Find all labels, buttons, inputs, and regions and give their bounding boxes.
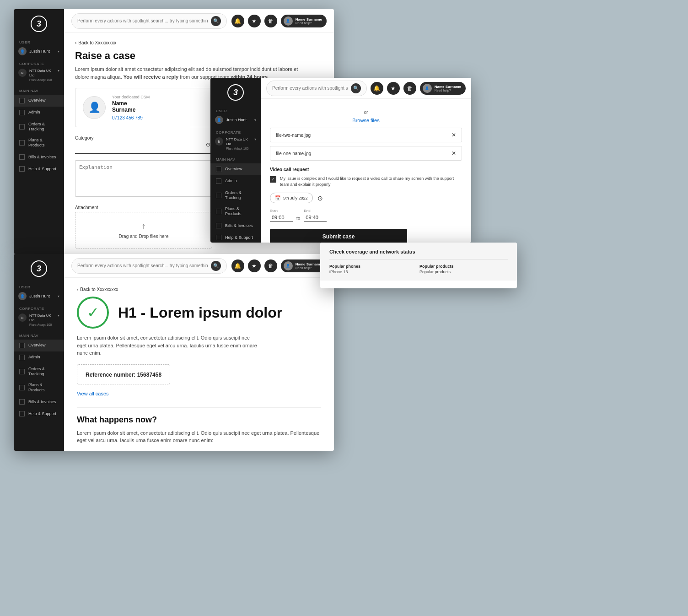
- back-link[interactable]: ‹ Back to Xxxxxxxxx: [75, 40, 323, 45]
- favorites-icon-3[interactable]: ★: [248, 259, 261, 272]
- success-circle: ✓: [77, 297, 109, 329]
- sidebar-item-overview-3[interactable]: Overview: [14, 340, 64, 351]
- trash-icon-3[interactable]: 🗑: [264, 259, 277, 272]
- sidebar-user-2[interactable]: 👤 Justin Hunt ▾: [210, 114, 261, 127]
- browse-files-link[interactable]: Browse files: [270, 118, 462, 123]
- sidebar-item-orders[interactable]: Orders & Tracking: [14, 119, 64, 135]
- success-description: Lorem ipsum dolor sit amet, consectetur …: [77, 334, 260, 357]
- topbar-win1: 🔍 🔔 ★ 🗑 👤 Name Surname Need help?: [64, 9, 334, 33]
- user-sub-2: Need help?: [435, 89, 461, 92]
- nav-label-admin: Admin: [28, 110, 40, 115]
- sidebar-item-orders-3[interactable]: Orders & Tracking: [14, 363, 64, 380]
- user-text-3: Name Surname Need help?: [296, 262, 322, 270]
- trash-icon-2[interactable]: 🗑: [403, 82, 416, 95]
- start-time-input[interactable]: [270, 214, 293, 222]
- corp-chevron-2: ▾: [254, 137, 256, 141]
- user-chip-3[interactable]: 👤 Name Surname Need help?: [281, 259, 327, 272]
- favorites-icon[interactable]: ★: [248, 15, 261, 27]
- file-close-2[interactable]: ✕: [452, 150, 456, 157]
- notifications-icon-2[interactable]: 🔔: [371, 82, 383, 95]
- corp-icon: N: [18, 69, 27, 77]
- sidebar-corporate-3[interactable]: N NTT Data UK Ltd Plan: Adapt 100 ▾: [14, 312, 64, 330]
- view-cases-link[interactable]: View all cases: [77, 391, 321, 396]
- nav-label-orders: Orders & Tracking: [28, 122, 59, 132]
- csm-info: Your dedicated CSM Name Surname 07123 45…: [112, 95, 150, 120]
- search-icon-2[interactable]: 🔍: [351, 83, 361, 93]
- nav-checkbox-help-2: [216, 235, 221, 240]
- search-icon[interactable]: 🔍: [211, 16, 221, 26]
- user-chip[interactable]: 👤 Name Surname Need help?: [281, 15, 327, 27]
- topbar-win3: 🔍 🔔 ★ 🗑 👤 Name Surname Need help?: [64, 254, 334, 278]
- sidebar-avatar: 👤: [18, 47, 27, 55]
- search-input[interactable]: [77, 18, 208, 23]
- attachment-dropzone[interactable]: ↑ Drag and Drop files here: [75, 212, 212, 249]
- nav-checkbox-orders-3: [19, 369, 25, 374]
- sidebar-item-help[interactable]: Help & Support: [14, 163, 64, 175]
- nav-label-bills-3: Bills & Invoices: [28, 400, 56, 405]
- submit-case-button[interactable]: Submit case: [270, 229, 407, 243]
- favorites-icon-2[interactable]: ★: [387, 82, 400, 95]
- nav-label-admin-2: Admin: [225, 178, 237, 184]
- window-coverage: Check coverage and network status Popula…: [320, 243, 517, 288]
- video-call-checkbox[interactable]: ✓: [270, 176, 276, 183]
- sidebar-item-help-3[interactable]: Help & Support: [14, 408, 64, 420]
- sidebar-item-overview[interactable]: Overview: [14, 95, 64, 107]
- search-wrap[interactable]: 🔍: [71, 13, 227, 29]
- csm-label: Your dedicated CSM: [112, 95, 150, 99]
- sidebar-item-plans-3[interactable]: Plans & Products: [14, 379, 64, 396]
- sidebar-item-orders-2[interactable]: Orders & Tracking: [210, 187, 261, 204]
- time-row: Start to End: [270, 209, 462, 222]
- sidebar-item-bills[interactable]: Bills & Invoices: [14, 151, 64, 163]
- coverage-content: Check coverage and network status Popula…: [320, 243, 517, 281]
- popular-phones-item: iPhone 13: [329, 270, 418, 274]
- search-input-2[interactable]: [272, 86, 348, 91]
- file-close-1[interactable]: ✕: [452, 132, 456, 138]
- notifications-icon[interactable]: 🔔: [231, 15, 244, 27]
- notifications-icon-3[interactable]: 🔔: [231, 259, 244, 272]
- three-logo-3: 3: [31, 260, 47, 277]
- back-link-3[interactable]: ‹ Back to Xxxxxxxxx: [77, 287, 321, 292]
- sidebar-item-plans-2[interactable]: Plans & Products: [210, 203, 261, 220]
- search-icon-3[interactable]: 🔍: [211, 261, 221, 271]
- calendar-check-icon: ⊙: [317, 195, 323, 202]
- chevron-down-icon: ▾: [58, 49, 59, 54]
- nav-label-help-2: Help & Support: [225, 235, 253, 240]
- to-separator: to: [296, 216, 300, 221]
- user-sub: Need help?: [296, 22, 322, 25]
- sidebar-user[interactable]: 👤 Justin Hunt ▾: [14, 45, 64, 58]
- sidebar-user-name: Justin Hunt: [29, 49, 55, 54]
- nav-label-overview-2: Overview: [225, 167, 242, 172]
- sidebar-item-admin-2[interactable]: Admin: [210, 175, 261, 187]
- sidebar-item-bills-3[interactable]: Bills & Invoices: [14, 396, 64, 408]
- nav-label-bills-2: Bills & Invoices: [225, 223, 253, 228]
- search-wrap-2[interactable]: 🔍: [266, 81, 367, 96]
- sidebar-item-bills-2[interactable]: Bills & Invoices: [210, 220, 261, 232]
- corp-section-2: CORPORATE: [210, 127, 261, 135]
- sidebar-item-help-2[interactable]: Help & Support: [210, 232, 261, 243]
- search-input-3[interactable]: [77, 263, 208, 268]
- sidebar-user-3[interactable]: 👤 Justin Hunt ▾: [14, 290, 64, 303]
- user-chip-2[interactable]: 👤 Name Surname Need help?: [420, 82, 466, 95]
- sidebar-corporate[interactable]: N NTT Data UK Ltd Plan: Adapt 100 ▾: [14, 67, 64, 85]
- sidebar-item-admin[interactable]: Admin: [14, 107, 64, 119]
- user-name-2: Name Surname: [435, 85, 461, 89]
- sidebar-corporate-2[interactable]: N NTT Data UK Ltd Plan: Adapt 100 ▾: [210, 135, 261, 154]
- user-name: Name Surname: [296, 17, 322, 22]
- user-text-2: Name Surname Need help?: [435, 85, 461, 92]
- sidebar-item-overview-2[interactable]: Overview: [210, 163, 261, 175]
- sidebar-item-plans[interactable]: Plans & Products: [14, 135, 64, 151]
- what-happens-title: What happens now?: [77, 415, 321, 425]
- csm-phone[interactable]: 07123 456 789: [112, 115, 150, 120]
- user-name-3: Name Surname: [296, 262, 322, 266]
- explanation-input[interactable]: [75, 160, 212, 197]
- success-title: H1 - Lorem ipsum dolor: [118, 304, 282, 321]
- three-logo-2: 3: [227, 84, 244, 101]
- category-select[interactable]: [75, 142, 212, 154]
- sidebar-item-admin-3[interactable]: Admin: [14, 351, 64, 363]
- search-wrap-3[interactable]: 🔍: [71, 258, 227, 274]
- what-happens-list: Lorem ipsum dolor sit amet, consectetur …: [77, 449, 321, 451]
- date-picker[interactable]: 📅 5th July 2022: [270, 193, 313, 203]
- end-time-input[interactable]: [304, 214, 327, 222]
- coverage-divider: [329, 259, 508, 259]
- trash-icon[interactable]: 🗑: [264, 15, 277, 27]
